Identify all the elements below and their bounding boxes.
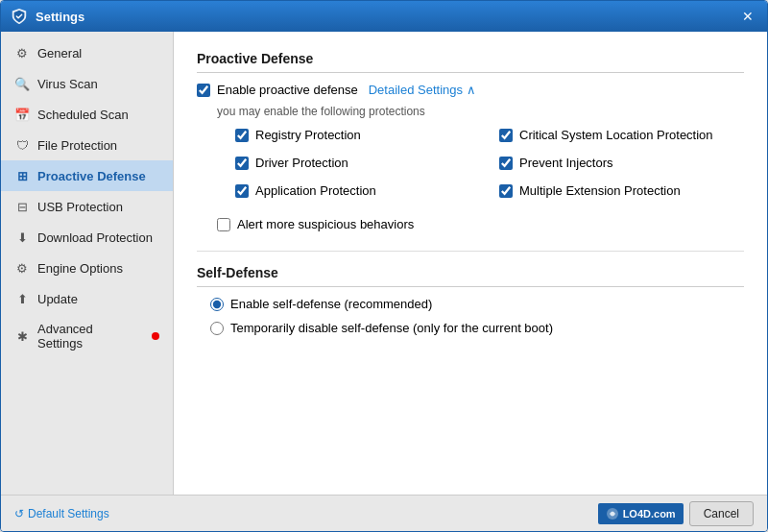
- prevent-injectors-row: Prevent Injectors: [499, 156, 744, 170]
- footer: ↺ Default Settings LO4D.com Cancel: [1, 495, 767, 531]
- proactive-defense-title: Proactive Defense: [197, 51, 744, 73]
- gear-icon: ⚙: [14, 45, 30, 60]
- prevent-injectors-label: Prevent Injectors: [519, 156, 613, 170]
- disable-self-defense-row: Temporarily disable self-defense (only f…: [210, 321, 744, 335]
- application-protection-label: Application Protection: [255, 183, 376, 198]
- section-divider: [197, 251, 744, 252]
- driver-protection-row: Driver Protection: [235, 156, 480, 170]
- file-shield-icon: 🛡: [14, 137, 30, 153]
- sidebar-item-download-protection[interactable]: ⬇ Download Protection: [1, 222, 173, 253]
- registry-protection-checkbox[interactable]: [235, 129, 249, 142]
- usb-icon: ⊟: [14, 199, 30, 214]
- application-protection-row: Application Protection: [235, 183, 480, 198]
- sidebar-item-label: Proactive Defense: [37, 169, 146, 183]
- sidebar-item-file-protection[interactable]: 🛡 File Protection: [1, 130, 173, 160]
- sidebar-item-label: Virus Scan: [37, 77, 98, 91]
- prevent-injectors-checkbox[interactable]: [499, 157, 513, 170]
- title-bar: Settings ✕: [1, 1, 767, 32]
- advanced-icon: ✱: [14, 328, 30, 344]
- disable-self-defense-label: Temporarily disable self-defense (only f…: [230, 321, 553, 335]
- enable-proactive-defense-checkbox[interactable]: [197, 84, 210, 97]
- sidebar-item-label: Engine Options: [37, 261, 123, 276]
- default-settings-link[interactable]: ↺ Default Settings: [14, 507, 109, 520]
- sidebar-item-update[interactable]: ⬆ Update: [1, 283, 173, 314]
- disable-self-defense-radio[interactable]: [210, 322, 224, 335]
- alert-suspicious-row: Alert more suspicious behaviors: [217, 217, 744, 231]
- critical-system-row: Critical System Location Protection: [499, 128, 744, 142]
- sidebar-item-label: Update: [37, 292, 78, 306]
- update-icon: ⬆: [14, 291, 30, 306]
- sidebar-item-label: Scheduled Scan: [37, 108, 129, 122]
- sidebar-item-label: Advanced Settings: [37, 322, 140, 351]
- watermark: LO4D.com: [598, 503, 684, 524]
- sidebar-item-usb-protection[interactable]: ⊟ USB Protection: [1, 191, 173, 222]
- driver-protection-label: Driver Protection: [255, 156, 348, 170]
- sidebar-item-label: USB Protection: [37, 200, 123, 214]
- main-content: ⚙ General 🔍 Virus Scan 📅 Scheduled Scan …: [1, 32, 767, 495]
- enable-self-defense-radio[interactable]: [210, 298, 224, 311]
- enable-self-defense-row: Enable self-defense (recommended): [210, 297, 744, 311]
- sidebar: ⚙ General 🔍 Virus Scan 📅 Scheduled Scan …: [1, 32, 174, 495]
- enable-proactive-defense-row: Enable proactive defense Detailed Settin…: [197, 83, 744, 97]
- watermark-text: LO4D.com: [623, 508, 676, 520]
- search-icon: 🔍: [14, 76, 30, 91]
- default-icon: ↺: [14, 507, 24, 520]
- driver-protection-checkbox[interactable]: [235, 157, 249, 170]
- sidebar-item-label: General: [37, 46, 82, 60]
- protections-grid: Registry Protection Critical System Loca…: [235, 128, 744, 206]
- cancel-button[interactable]: Cancel: [689, 501, 754, 526]
- sidebar-item-engine-options[interactable]: ⚙ Engine Options: [1, 253, 173, 283]
- sidebar-item-general[interactable]: ⚙ General: [1, 37, 173, 68]
- enable-proactive-defense-label: Enable proactive defense: [217, 83, 358, 97]
- engine-icon: ⚙: [14, 260, 30, 276]
- critical-system-label: Critical System Location Protection: [519, 128, 713, 142]
- sidebar-item-scheduled-scan[interactable]: 📅 Scheduled Scan: [1, 99, 173, 130]
- close-button[interactable]: ✕: [738, 7, 757, 26]
- critical-system-checkbox[interactable]: [499, 129, 513, 142]
- detailed-settings-link[interactable]: Detailed Settings ∧: [369, 83, 476, 97]
- multiple-extension-checkbox[interactable]: [499, 184, 513, 198]
- sidebar-item-advanced-settings[interactable]: ✱ Advanced Settings: [1, 314, 173, 358]
- registry-protection-row: Registry Protection: [235, 128, 480, 142]
- multiple-extension-label: Multiple Extension Protection: [519, 183, 681, 198]
- window-title: Settings: [36, 10, 738, 24]
- default-settings-label: Default Settings: [28, 507, 109, 520]
- sidebar-item-label: File Protection: [37, 138, 117, 153]
- alert-suspicious-checkbox[interactable]: [217, 218, 230, 231]
- sidebar-item-label: Download Protection: [37, 230, 153, 245]
- sidebar-item-proactive-defense[interactable]: ⊞ Proactive Defense: [1, 160, 173, 191]
- registry-protection-label: Registry Protection: [255, 128, 361, 142]
- shield-icon: [11, 8, 28, 25]
- sidebar-item-virus-scan[interactable]: 🔍 Virus Scan: [1, 68, 173, 99]
- settings-window: Settings ✕ ⚙ General 🔍 Virus Scan 📅 Sche…: [0, 0, 768, 532]
- enable-self-defense-label: Enable self-defense (recommended): [230, 297, 432, 311]
- alert-suspicious-label: Alert more suspicious behaviors: [237, 217, 414, 231]
- notification-badge: [152, 332, 159, 340]
- watermark-icon: [606, 507, 619, 520]
- application-protection-checkbox[interactable]: [235, 184, 249, 198]
- multiple-extension-row: Multiple Extension Protection: [499, 183, 744, 198]
- calendar-icon: 📅: [14, 107, 30, 122]
- sub-description: you may enable the following protections: [217, 105, 744, 118]
- self-defense-title: Self-Defense: [197, 265, 744, 287]
- grid-icon: ⊞: [14, 168, 30, 183]
- footer-buttons: LO4D.com Cancel: [598, 501, 754, 526]
- content-panel: Proactive Defense Enable proactive defen…: [174, 32, 767, 495]
- download-icon: ⬇: [14, 230, 30, 245]
